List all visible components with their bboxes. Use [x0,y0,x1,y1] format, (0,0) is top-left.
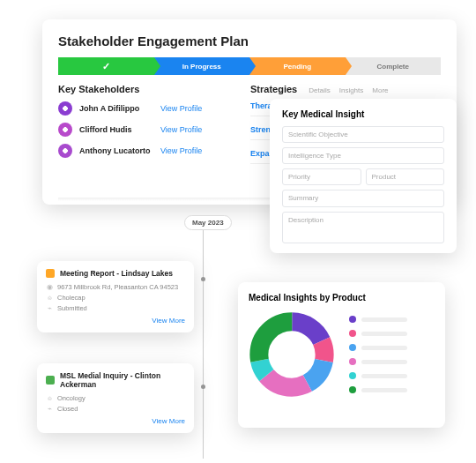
step-pending[interactable]: Pending [249,57,346,75]
status-icon: ⌁ [46,305,53,312]
step-in-progress[interactable]: In Progress [154,57,250,75]
legend-item [349,386,407,393]
stakeholder-name: Anthony Lucatorto [79,146,153,155]
chart-title: Medical Insights by Product [249,293,435,302]
status-icon: ⌁ [46,406,53,413]
stakeholder-name: Clifford Hudis [79,125,153,134]
legend-item [349,372,407,379]
stakeholder-row: John A Difilippo View Profile [58,101,234,116]
legend-item [349,316,407,323]
summary-field[interactable]: Summary [282,190,444,207]
avatar-icon [58,101,72,116]
event-title-text: Meeting Report - Lindsay Lakes [60,269,173,278]
stakeholders-heading: Key Stakeholders [58,84,234,94]
legend-label-placeholder [361,360,407,364]
timeline-date-badge: May 2023 [184,215,232,230]
description-field[interactable]: Description [282,212,444,243]
legend-label-placeholder [361,317,407,322]
event-title-text: MSL Medial Inquiry - Clinton Ackerman [60,371,185,389]
legend-dot-icon [349,330,356,337]
insights-chart-card: Medical Insights by Product [238,282,445,428]
view-more-link[interactable]: View More [46,417,185,425]
legend-label-placeholder [361,332,407,336]
legend-dot-icon [349,316,356,323]
legend-label-placeholder [361,388,407,392]
attachment-icon: ⌾ [46,395,53,402]
timeline-dot [201,385,205,389]
meeting-report-icon [46,269,55,278]
product-field[interactable]: Product [366,168,445,185]
tab-more[interactable]: More [372,86,388,94]
stakeholder-row: Clifford Hudis View Profile [58,123,234,137]
check-icon: ✓ [102,61,110,72]
step-done[interactable]: ✓ [58,57,154,75]
chart-legend [349,316,407,393]
avatar-icon [58,144,72,158]
legend-label-placeholder [361,374,407,378]
legend-dot-icon [349,386,356,393]
attachment-icon: ⌾ [46,295,53,302]
svg-point-5 [259,322,324,387]
view-profile-link[interactable]: View Profile [160,125,202,134]
legend-item [349,358,407,365]
timeline-dot [201,277,205,281]
legend-dot-icon [349,372,356,379]
legend-dot-icon [349,344,356,351]
avatar-icon [58,123,72,137]
priority-field[interactable]: Priority [282,168,361,185]
view-more-link[interactable]: View More [46,317,185,325]
intelligence-type-field[interactable]: Intelligence Type [282,147,444,164]
step-complete[interactable]: Complete [346,57,442,75]
location-icon: ◉ [46,284,53,291]
medical-inquiry-icon [46,376,55,385]
event-card: Meeting Report - Lindsay Lakes ◉9673 Mil… [37,261,194,332]
legend-item [349,330,407,337]
medical-insight-card: Key Medical Insight Scientific Objective… [270,99,457,253]
stakeholder-row: Anthony Lucatorto View Profile [58,144,234,158]
event-card: MSL Medial Inquiry - Clinton Ackerman ⌾O… [37,363,194,433]
tab-insights[interactable]: Insights [339,86,364,94]
legend-item [349,344,407,351]
donut-chart [249,311,335,398]
insight-title: Key Medical Insight [282,109,444,119]
strategies-heading: Strategies Details Insights More [250,84,441,94]
view-profile-link[interactable]: View Profile [160,104,202,113]
tab-details[interactable]: Details [309,86,330,94]
page-title: Stakeholder Engagement Plan [58,34,441,49]
scientific-objective-field[interactable]: Scientific Objective [282,126,444,143]
progress-steps: ✓ In Progress Pending Complete [58,57,441,75]
timeline-line [203,220,204,459]
stakeholder-name: John A Difilippo [79,104,153,113]
legend-label-placeholder [361,346,407,350]
view-profile-link[interactable]: View Profile [160,146,202,155]
legend-dot-icon [349,358,356,365]
